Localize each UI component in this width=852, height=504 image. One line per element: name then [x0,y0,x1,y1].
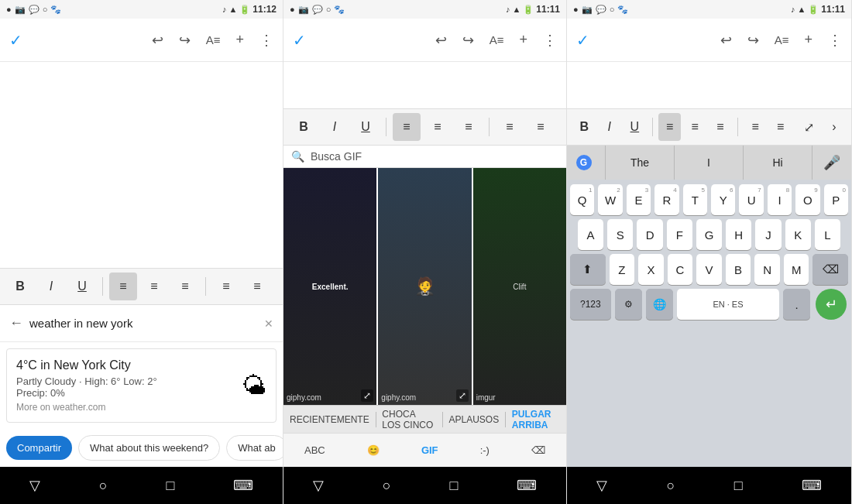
key-r[interactable]: 4R [654,184,679,215]
key-n[interactable]: N [754,254,780,285]
redo-button-2[interactable]: ↪ [462,32,474,49]
suggestion-the[interactable]: The [606,146,675,180]
add-button-2[interactable]: + [519,32,527,48]
format-text-button-1[interactable]: A≡ [206,33,221,46]
underline-button-1[interactable]: U [68,273,96,300]
bold-button-2[interactable]: B [290,113,318,141]
underline-button-3[interactable]: U [624,113,646,141]
undo-button-1[interactable]: ↩ [152,32,163,49]
suggestion-hi[interactable]: Hi [744,146,812,180]
nav-recent-icon-3[interactable]: □ [734,478,743,494]
smiley-button[interactable]: :-) [480,444,490,456]
numbers-key[interactable]: ?123 [570,289,611,320]
suggestion-google[interactable]: G [567,146,606,180]
chevron-right-button-3[interactable]: › [823,113,846,141]
align-left-button-3[interactable]: ≡ [658,113,681,141]
globe-key[interactable]: 🌐 [646,289,673,320]
key-f[interactable]: F [667,219,692,250]
key-t[interactable]: 5T [683,184,707,215]
key-d[interactable]: D [637,219,662,250]
settings-key[interactable]: ⚙ [615,289,642,320]
autocomplete-thumbup[interactable]: PULGAR ARRIBA [506,409,566,430]
doc-area-1[interactable] [0,62,283,268]
key-k[interactable]: K [785,219,811,250]
italic-button-1[interactable]: I [37,273,65,300]
more-button-2[interactable]: ⋮ [543,32,557,49]
gif-button[interactable]: GIF [421,444,438,456]
abc-button[interactable]: ABC [304,444,325,456]
nav-recent-icon-2[interactable]: □ [449,478,458,494]
unordered-list-button-3[interactable]: ≡ [769,113,792,141]
add-button-3[interactable]: + [804,32,812,48]
key-z[interactable]: Z [610,254,635,285]
align-left-button-2[interactable]: ≡ [393,113,421,141]
check-button-1[interactable]: ✓ [9,31,22,50]
key-g[interactable]: G [696,219,722,250]
italic-button-3[interactable]: I [599,113,621,141]
ordered-list-button-2[interactable]: ≡ [496,113,524,141]
nav-home-icon-1[interactable]: ○ [99,478,108,494]
nav-back-icon-2[interactable]: ▽ [313,477,324,494]
key-b[interactable]: B [726,254,751,285]
shift-key[interactable]: ⬆ [570,254,606,285]
weather-more-link[interactable]: More on weather.com [16,402,157,413]
check-button-2[interactable]: ✓ [293,31,306,50]
bold-button-1[interactable]: B [6,273,34,300]
autocomplete-highfive[interactable]: CHOCA LOS CINCO [376,409,442,430]
more-button-3[interactable]: ⋮ [828,32,842,49]
bold-button-3[interactable]: B [573,113,596,141]
key-p[interactable]: 0P [824,184,848,215]
nav-home-icon-2[interactable]: ○ [383,478,391,494]
nav-keyboard-icon-1[interactable]: ⌨ [233,477,253,494]
key-u[interactable]: 7U [739,184,763,215]
key-a[interactable]: A [578,219,603,250]
ordered-list-button-3[interactable]: ≡ [744,113,767,141]
nav-keyboard-icon-2[interactable]: ⌨ [517,477,537,494]
search-input-1[interactable]: weather in new york [29,317,258,330]
space-key[interactable]: EN · ES [677,289,779,320]
key-x[interactable]: X [638,254,664,285]
underline-button-2[interactable]: U [352,113,380,141]
align-center-button-2[interactable]: ≡ [424,113,452,141]
gif-item-3[interactable]: Clift imgur [473,168,566,405]
autocomplete-recently[interactable]: RECIENTEMENTE [283,414,376,425]
align-left-button-1[interactable]: ≡ [109,273,137,300]
italic-button-2[interactable]: I [321,113,349,141]
undo-button-3[interactable]: ↩ [720,32,732,49]
redo-button-1[interactable]: ↪ [179,32,191,49]
mic-suggestion[interactable]: 🎤 [812,146,851,180]
gif-search-input[interactable]: Busca GIF [311,150,558,163]
key-c[interactable]: C [668,254,693,285]
key-i[interactable]: 8I [768,184,792,215]
suggestion-i[interactable]: I [675,146,744,180]
gif-item-1[interactable]: Excellent. giphy.com ⤢ [283,168,376,405]
emoji-button[interactable]: 😊 [367,444,380,456]
redo-button-3[interactable]: ↪ [747,32,759,49]
format-text-button-2[interactable]: A≡ [490,33,504,46]
key-l[interactable]: L [815,219,840,250]
doc-area-3[interactable] [567,62,851,108]
back-button-1[interactable]: ← [9,315,23,331]
align-right-button-2[interactable]: ≡ [455,113,483,141]
backspace-key[interactable]: ⌫ [812,254,848,285]
key-o[interactable]: 9O [795,184,819,215]
nav-home-icon-3[interactable]: ○ [666,478,675,494]
key-s[interactable]: S [607,219,633,250]
share-button[interactable]: Compartir [6,436,72,460]
key-y[interactable]: 6Y [711,184,735,215]
align-center-button-1[interactable]: ≡ [140,273,168,300]
format-text-button-3[interactable]: A≡ [775,33,789,46]
align-right-button-1[interactable]: ≡ [171,273,199,300]
key-q[interactable]: 1Q [570,184,594,215]
undo-button-2[interactable]: ↩ [435,32,447,49]
key-v[interactable]: V [696,254,722,285]
align-center-button-3[interactable]: ≡ [684,113,706,141]
nav-back-icon-1[interactable]: ▽ [29,477,40,494]
more-button-1[interactable]: ⋮ [259,32,273,49]
nav-back-icon-3[interactable]: ▽ [596,477,607,494]
align-right-button-3[interactable]: ≡ [709,113,732,141]
expand-button-3[interactable]: ⤢ [798,113,820,141]
key-e[interactable]: 3E [627,184,651,215]
doc-area-2[interactable] [283,62,566,108]
key-h[interactable]: H [726,219,751,250]
